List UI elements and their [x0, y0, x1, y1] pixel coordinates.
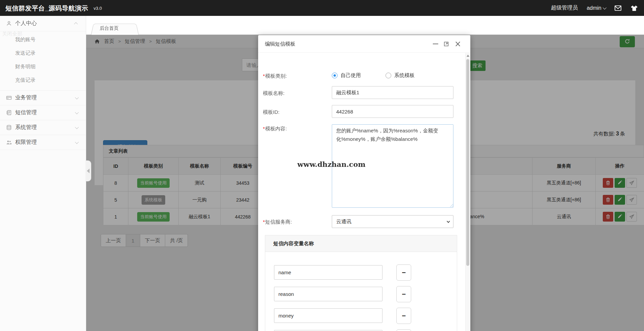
chevron-left-icon	[87, 169, 90, 173]
sidebar-subitem[interactable]: 充值记录	[0, 73, 86, 87]
sidebar-item-2[interactable]: 短信管理	[0, 105, 86, 120]
modal-scrollbar[interactable]	[465, 53, 470, 331]
scrollbar-thumb[interactable]	[466, 59, 469, 266]
template-name-input[interactable]	[332, 86, 453, 99]
variables-panel: 短信内容变量名称 −−−−	[265, 235, 457, 331]
book-icon	[6, 110, 12, 116]
app-title: 短信群发平台_源码导航演示	[5, 4, 88, 13]
sidebar-item-label: 业务管理	[15, 94, 37, 101]
remove-variable-button[interactable]: −	[396, 308, 411, 324]
chevron-down-icon	[447, 220, 450, 223]
content-label: *模板内容:	[263, 126, 287, 132]
sidebar-subitem[interactable]: 财务明细	[0, 60, 86, 73]
radio-selected-icon[interactable]	[332, 73, 338, 78]
sidebar-item-3[interactable]: 系统管理	[0, 120, 86, 135]
app-version: v3.0	[94, 6, 102, 11]
category-label: *模板类别:	[263, 73, 287, 79]
sidebar-item-1[interactable]: 业务管理	[0, 91, 86, 105]
username: admin	[587, 5, 601, 11]
mail-icon[interactable]	[614, 4, 622, 12]
sidebar: 关闭当前关闭全部 个人中心我的账号发送记录财务明细充值记录业务管理短信管理系统管…	[0, 16, 86, 331]
top-bar: 短信群发平台_源码导航演示 v3.0 超级管理员 admin	[0, 0, 644, 16]
provider-select[interactable]: 云通讯	[332, 215, 453, 228]
category-radio-group: 自己使用系统模板	[332, 72, 457, 79]
resize-grip-icon[interactable]	[449, 203, 453, 207]
radio-option[interactable]: 自己使用	[332, 72, 361, 79]
modal-title: 编辑短信模板	[265, 41, 295, 47]
sidebar-subitem[interactable]: 发送记录	[0, 46, 86, 60]
edit-template-modal: 编辑短信模板 × *模板类别: 自己使用系统模板 模板名称: 模板ID: *模板…	[258, 35, 470, 331]
user-icon	[6, 21, 12, 26]
chevron-down-icon	[603, 5, 606, 9]
watermark: www.dhzhan.com	[297, 160, 366, 169]
radio-label: 系统模板	[394, 72, 415, 79]
chevron-down-icon	[75, 125, 79, 129]
close-icon[interactable]: ×	[454, 40, 462, 48]
sidebar-collapse-handle[interactable]	[85, 160, 91, 181]
sidebar-item-label: 权限管理	[15, 139, 37, 146]
remove-variable-button[interactable]: −	[396, 264, 411, 281]
remove-variable-button[interactable]: −	[396, 286, 411, 302]
variable-name-input[interactable]	[274, 265, 382, 280]
sidebar-item-label: 个人中心	[15, 20, 37, 27]
database-icon	[6, 125, 12, 130]
sidebar-item-0[interactable]: 个人中心	[0, 16, 86, 31]
provider-value: 云通讯	[336, 219, 351, 225]
sidebar-item-4[interactable]: 权限管理	[0, 135, 86, 150]
provider-label: *短信服务商:	[263, 219, 292, 225]
tab-label[interactable]: 后台首页	[100, 25, 119, 31]
template-id-input[interactable]	[332, 105, 453, 118]
name-label: 模板名称:	[263, 90, 284, 97]
chevron-up-icon	[74, 22, 78, 26]
tab-bar: 后台首页	[86, 16, 644, 35]
maximize-icon[interactable]	[443, 40, 450, 48]
variables-panel-title: 短信内容变量名称	[265, 235, 457, 252]
radio-unselected-icon[interactable]	[386, 73, 391, 78]
sidebar-item-label: 系统管理	[15, 124, 37, 131]
ghost-menu-item: 关闭全部	[2, 31, 22, 37]
minimize-icon[interactable]	[432, 40, 439, 48]
radio-label: 自己使用	[341, 72, 361, 79]
chevron-down-icon	[75, 110, 79, 114]
user-menu[interactable]: admin	[587, 5, 605, 11]
tshirt-icon[interactable]	[630, 4, 638, 12]
modal-header: 编辑短信模板 ×	[258, 35, 470, 53]
scroll-up-icon[interactable]	[467, 55, 469, 57]
card-icon	[6, 95, 12, 101]
variable-name-input[interactable]	[274, 308, 382, 323]
remove-variable-button[interactable]: −	[396, 329, 411, 331]
id-label: 模板ID:	[263, 109, 279, 116]
variable-name-input[interactable]	[274, 287, 382, 301]
radio-option[interactable]: 系统模板	[386, 72, 415, 79]
users-icon	[6, 139, 12, 145]
user-role-label: 超级管理员	[551, 4, 578, 11]
chevron-down-icon	[75, 140, 79, 144]
chevron-down-icon	[75, 95, 79, 99]
sidebar-item-label: 短信管理	[15, 109, 37, 116]
